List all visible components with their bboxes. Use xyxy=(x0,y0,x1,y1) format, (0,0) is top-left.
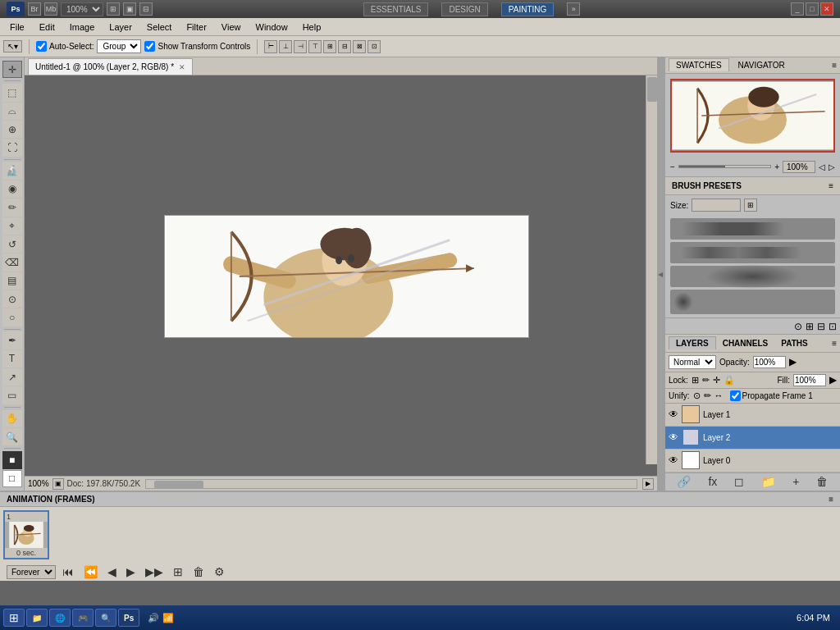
menu-filter[interactable]: Filter xyxy=(180,21,212,34)
taskbar-ps[interactable]: Ps xyxy=(118,609,139,627)
taskbar-volume-icon[interactable]: 🔊 xyxy=(148,613,159,623)
lasso-tool[interactable]: ⌓ xyxy=(2,103,22,120)
layer-delete-btn[interactable]: 🗑 xyxy=(816,475,828,488)
layers-panel-menu[interactable]: ≡ xyxy=(832,339,837,348)
hand-tool[interactable]: ✋ xyxy=(2,410,22,427)
canvas-tab[interactable]: Untitled-1 @ 100% (Layer 2, RGB/8) * ✕ xyxy=(28,58,193,75)
crop-tool[interactable]: ⛶ xyxy=(2,139,22,156)
menu-view[interactable]: View xyxy=(215,21,248,34)
close-btn[interactable]: ✕ xyxy=(820,2,833,16)
path-select-tool[interactable]: ↗ xyxy=(2,368,22,386)
zoom-slider[interactable] xyxy=(678,165,771,168)
taskbar-browser[interactable]: 🌐 xyxy=(49,609,71,627)
zoom-tool[interactable]: 🔍 xyxy=(2,428,22,445)
lock-all-icon[interactable]: 🔒 xyxy=(724,375,735,386)
zoom-in-icon[interactable]: + xyxy=(774,162,779,171)
foreground-color[interactable]: ■ xyxy=(2,451,22,468)
scroll-end-btn[interactable]: ▶ xyxy=(642,478,654,490)
anim-play-btn[interactable]: ▶ xyxy=(123,564,139,579)
menu-select[interactable]: Select xyxy=(140,21,179,34)
workspace-essentials[interactable]: ESSENTIALS xyxy=(363,2,429,16)
panel-menu-icon[interactable]: ≡ xyxy=(832,61,837,70)
auto-select-dropdown[interactable]: GroupLayer xyxy=(97,39,141,53)
mb-logo-btn[interactable]: Mb xyxy=(44,2,57,16)
opacity-arrow[interactable]: ▶ xyxy=(789,356,797,368)
minimize-btn[interactable]: _ xyxy=(791,2,804,16)
brush-item-4[interactable] xyxy=(670,290,835,314)
arrange-btn[interactable]: ⊟ xyxy=(139,2,153,16)
transform-align-top[interactable]: ⊤ xyxy=(308,40,322,53)
menu-edit[interactable]: Edit xyxy=(33,21,62,34)
gradient-tool[interactable]: ▤ xyxy=(2,272,22,290)
layer-row-2[interactable]: 👁 Layer 2 xyxy=(665,427,840,450)
layer-link-btn[interactable]: 🔗 xyxy=(677,475,691,488)
more-workspaces-btn[interactable]: » xyxy=(567,2,580,16)
background-color[interactable]: □ xyxy=(2,470,22,487)
zoom-out-icon[interactable]: − xyxy=(670,162,675,171)
tab-channels[interactable]: CHANNELS xyxy=(716,337,775,349)
nav-zoom-icon-right[interactable]: ▷ xyxy=(829,162,835,171)
type-tool[interactable]: T xyxy=(2,350,22,368)
tool-icon-btn[interactable]: ↖▾ xyxy=(3,40,22,52)
vertical-scrollbar[interactable] xyxy=(646,75,657,464)
layer-2-visibility[interactable]: 👁 xyxy=(669,431,678,443)
transform-align-bottom[interactable]: ⊟ xyxy=(338,40,351,53)
anim-next-frame-btn[interactable]: ▶▶ xyxy=(142,564,167,579)
transform-align-center-v[interactable]: ⊞ xyxy=(323,40,336,53)
zoom-icon[interactable]: ▣ xyxy=(52,478,64,490)
tab-navigator[interactable]: NAVIGATOR xyxy=(731,58,792,72)
brush-item-2[interactable] xyxy=(670,242,835,263)
transform-align-center-h[interactable]: ⊥ xyxy=(279,40,292,53)
marquee-tool[interactable]: ⬚ xyxy=(2,84,22,101)
shape-tool[interactable]: ▭ xyxy=(2,386,22,404)
menu-help[interactable]: Help xyxy=(296,21,328,34)
menu-file[interactable]: File xyxy=(3,21,31,34)
taskbar-search[interactable]: 🔍 xyxy=(95,609,116,627)
quick-select-tool[interactable]: ⊕ xyxy=(2,121,22,138)
anim-copy-btn[interactable]: ⊞ xyxy=(170,564,186,579)
lock-position-icon[interactable]: ✛ xyxy=(713,375,720,386)
nav-zoom-input[interactable] xyxy=(783,161,815,173)
clone-tool[interactable]: ⌖ xyxy=(2,217,22,235)
layer-row-0[interactable]: 👁 Layer 0 xyxy=(665,450,840,472)
canvas-viewport[interactable] xyxy=(25,75,657,476)
spot-heal-tool[interactable]: ◉ xyxy=(2,180,22,198)
blend-mode-select[interactable]: NormalMultiplyScreen xyxy=(669,355,716,369)
layer-add-btn[interactable]: + xyxy=(792,475,799,488)
anim-options-btn[interactable]: ⚙ xyxy=(211,564,228,579)
screen-btn[interactable]: ▣ xyxy=(123,2,136,16)
anim-icon-4[interactable]: ⊡ xyxy=(829,321,837,332)
brush-tool[interactable]: ✏ xyxy=(2,199,22,216)
pen-tool[interactable]: ✒ xyxy=(2,331,22,349)
brush-size-input[interactable] xyxy=(692,199,741,212)
tab-paths[interactable]: PATHS xyxy=(774,337,814,349)
transform-align-left[interactable]: ⊢ xyxy=(264,40,277,53)
brush-panel-menu[interactable]: ≡ xyxy=(829,181,833,190)
lock-image-icon[interactable]: ✏ xyxy=(702,375,710,386)
eyedropper-tool[interactable]: 🔬 xyxy=(2,162,22,179)
opacity-input[interactable] xyxy=(753,356,786,368)
lock-transparent-icon[interactable]: ⊞ xyxy=(692,375,699,386)
right-panel-collapse[interactable]: ◀ xyxy=(657,57,664,491)
workspace-design[interactable]: DESIGN xyxy=(441,2,487,16)
blur-tool[interactable]: ⊙ xyxy=(2,290,22,308)
br-logo-btn[interactable]: Br xyxy=(28,2,41,16)
transform-align-right[interactable]: ⊣ xyxy=(294,40,307,53)
anim-first-btn[interactable]: ⏮ xyxy=(59,564,77,579)
loop-select[interactable]: ForeverOnce3 Times xyxy=(7,565,56,579)
unify-icon-2[interactable]: ✏ xyxy=(704,390,711,401)
anim-icon-2[interactable]: ⊞ xyxy=(806,321,814,332)
anim-icon-3[interactable]: ⊟ xyxy=(817,321,825,332)
maximize-btn[interactable]: □ xyxy=(806,2,819,16)
anim-prev-frame-btn[interactable]: ◀ xyxy=(104,564,120,579)
taskbar-network-icon[interactable]: 📶 xyxy=(162,613,174,623)
layer-fx-btn[interactable]: fx xyxy=(708,475,717,488)
unify-icon-1[interactable]: ⊙ xyxy=(693,390,701,401)
unify-icon-3[interactable]: ↔ xyxy=(714,390,724,400)
menu-window[interactable]: Window xyxy=(249,21,294,34)
move-tool[interactable]: ✛ xyxy=(2,61,22,78)
fill-arrow[interactable]: ▶ xyxy=(829,374,837,386)
tab-close-btn[interactable]: ✕ xyxy=(179,63,185,71)
anim-prev-btn[interactable]: ⏪ xyxy=(80,564,101,579)
menu-layer[interactable]: Layer xyxy=(103,21,139,34)
